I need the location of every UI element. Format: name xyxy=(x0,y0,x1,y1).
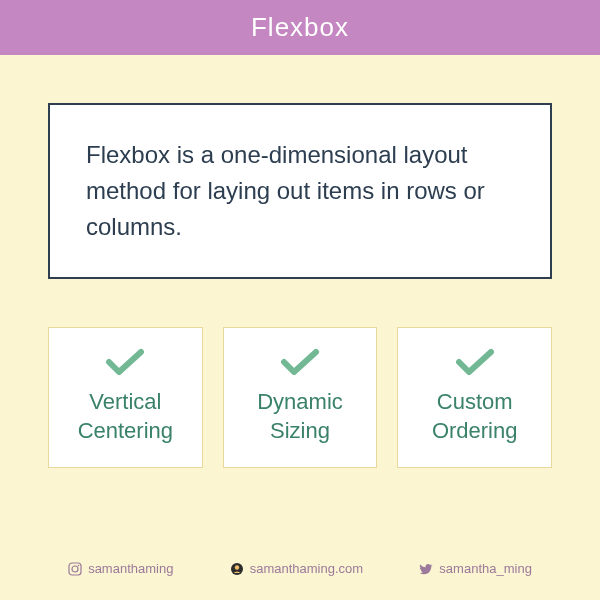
instagram-handle: samanthaming xyxy=(88,561,173,576)
twitter-handle: samantha_ming xyxy=(439,561,532,576)
avatar-icon xyxy=(230,562,244,576)
social-twitter: samantha_ming xyxy=(419,561,532,576)
website-url: samanthaming.com xyxy=(250,561,363,576)
twitter-icon xyxy=(419,562,433,576)
checkmark-icon xyxy=(105,346,145,378)
page-title: Flexbox xyxy=(251,12,349,42)
checkmark-icon xyxy=(455,346,495,378)
definition-box: Flexbox is a one-dimensional layout meth… xyxy=(48,103,552,279)
feature-box-vertical-centering: Vertical Centering xyxy=(48,327,203,468)
svg-point-1 xyxy=(72,566,78,572)
svg-point-2 xyxy=(78,564,80,566)
feature-box-custom-ordering: Custom Ordering xyxy=(397,327,552,468)
feature-label: Vertical Centering xyxy=(61,388,190,445)
feature-label: Dynamic Sizing xyxy=(236,388,365,445)
page-header: Flexbox xyxy=(0,0,600,55)
features-row: Vertical Centering Dynamic Sizing Custom… xyxy=(48,327,552,468)
content-area: Flexbox is a one-dimensional layout meth… xyxy=(0,55,600,531)
definition-text: Flexbox is a one-dimensional layout meth… xyxy=(86,137,514,245)
feature-box-dynamic-sizing: Dynamic Sizing xyxy=(223,327,378,468)
social-website: samanthaming.com xyxy=(230,561,363,576)
feature-label: Custom Ordering xyxy=(410,388,539,445)
instagram-icon xyxy=(68,562,82,576)
svg-rect-0 xyxy=(69,563,81,575)
social-instagram: samanthaming xyxy=(68,561,173,576)
footer: samanthaming samanthaming.com samantha_m… xyxy=(0,531,600,600)
checkmark-icon xyxy=(280,346,320,378)
svg-point-4 xyxy=(234,565,238,569)
